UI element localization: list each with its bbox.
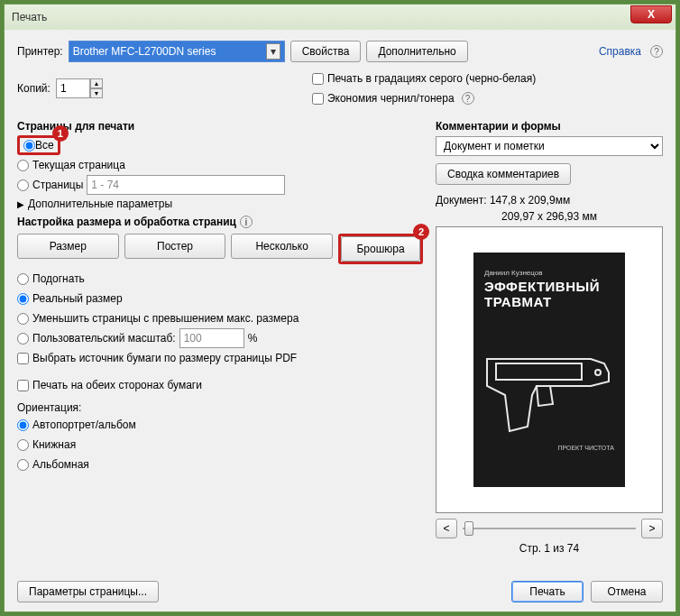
preview-title-2: ТРАВМАТ xyxy=(484,294,614,309)
printer-selected: Brother MFC-L2700DN series xyxy=(73,45,216,58)
orientation-auto-radio[interactable] xyxy=(17,419,29,431)
cancel-button[interactable]: Отмена xyxy=(591,581,663,602)
print-preview: Даниил Кузнецов ЭФФЕКТИВНЫЙ ТРАВМАТ ПРОЕ xyxy=(436,226,663,513)
copies-label: Копий: xyxy=(17,82,51,95)
next-page-button[interactable]: > xyxy=(641,519,663,538)
fit-label: Подогнать xyxy=(32,272,85,285)
page-setup-button[interactable]: Параметры страницы... xyxy=(17,581,159,602)
help-link[interactable]: Справка xyxy=(599,45,641,58)
orientation-portrait-radio[interactable] xyxy=(17,439,29,451)
help-icon[interactable]: ? xyxy=(650,45,663,58)
close-button[interactable]: X xyxy=(630,5,672,23)
grayscale-checkbox[interactable] xyxy=(312,73,324,85)
window-title: Печать xyxy=(12,11,47,23)
orientation-landscape-radio[interactable] xyxy=(17,459,29,471)
duplex-label: Печать на обеих сторонах бумаги xyxy=(32,379,202,391)
help-icon[interactable]: ? xyxy=(462,92,474,105)
choose-source-checkbox[interactable] xyxy=(17,353,29,364)
fit-radio[interactable] xyxy=(17,273,29,285)
pages-range-label: Страницы xyxy=(32,179,83,191)
pages-current-radio[interactable] xyxy=(17,160,29,171)
summary-button[interactable]: Сводка комментариев xyxy=(436,163,571,185)
shrink-label: Уменьшить страницы с превышением макс. р… xyxy=(32,312,299,325)
pages-all-radio[interactable] xyxy=(23,140,35,152)
svg-rect-0 xyxy=(496,363,582,380)
chevron-down-icon: ▾ xyxy=(266,43,280,60)
save-ink-label: Экономия чернил/тонера xyxy=(327,92,455,105)
orientation-portrait-label: Книжная xyxy=(32,438,76,451)
comments-title: Комментарии и формы xyxy=(436,120,663,133)
tab-booklet[interactable]: Брошюра xyxy=(341,236,420,262)
pages-section-title: Страницы для печати xyxy=(17,120,423,133)
annotation-1: 1 xyxy=(52,125,69,142)
custom-scale-input[interactable] xyxy=(179,328,244,348)
spinner-down-icon[interactable]: ▼ xyxy=(90,88,103,98)
preview-page: Даниил Кузнецов ЭФФЕКТИВНЫЙ ТРАВМАТ ПРОЕ xyxy=(473,253,625,487)
actual-radio[interactable] xyxy=(17,293,29,305)
slider-thumb-icon[interactable] xyxy=(464,521,473,536)
annotation-2: 2 xyxy=(413,224,429,240)
comments-select[interactable]: Документ и пометки xyxy=(436,136,663,156)
choose-source-label: Выбрать источник бумаги по размеру стран… xyxy=(32,352,297,364)
printer-select[interactable]: Brother MFC-L2700DN series ▾ xyxy=(69,41,285,62)
prev-page-button[interactable]: < xyxy=(436,519,457,538)
actual-label: Реальный размер xyxy=(32,292,123,305)
properties-button[interactable]: Свойства xyxy=(290,41,362,62)
save-ink-checkbox[interactable] xyxy=(312,93,324,105)
orientation-auto-label: Автопортрет/альбом xyxy=(32,418,136,431)
doc-size-label: Документ: 147,8 x 209,9мм xyxy=(436,194,663,207)
printer-label: Принтер: xyxy=(17,45,63,58)
orientation-landscape-label: Альбомная xyxy=(32,458,89,471)
preview-project: ПРОЕКТ ЧИСТОТА xyxy=(557,445,614,451)
help-icon[interactable]: i xyxy=(240,216,253,228)
custom-scale-label: Пользовательский масштаб: xyxy=(32,332,176,345)
grayscale-label: Печать в градациях серого (черно-белая) xyxy=(327,72,536,85)
pages-all-label: Все xyxy=(35,139,54,152)
print-button[interactable]: Печать xyxy=(511,581,584,602)
size-section-title: Настройка размера и обработка страниц xyxy=(17,216,236,228)
tab-poster[interactable]: Постер xyxy=(124,234,226,259)
page-slider[interactable] xyxy=(463,519,636,538)
custom-scale-radio[interactable] xyxy=(17,333,29,345)
preview-title-1: ЭФФЕКТИВНЫЙ xyxy=(484,279,614,294)
more-options-label: Дополнительные параметры xyxy=(28,198,172,210)
gun-icon xyxy=(482,341,618,440)
advanced-button[interactable]: Дополнительно xyxy=(366,41,467,62)
paper-size-label: 209,97 x 296,93 мм xyxy=(436,210,663,223)
more-options-toggle[interactable]: ▶ Дополнительные параметры xyxy=(17,198,423,210)
spinner-up-icon[interactable]: ▲ xyxy=(90,78,103,88)
pages-range-input[interactable] xyxy=(87,175,285,195)
tab-size[interactable]: Размер xyxy=(17,234,119,259)
copies-input[interactable] xyxy=(56,78,90,98)
triangle-right-icon: ▶ xyxy=(17,199,24,209)
copies-spinner[interactable]: ▲ ▼ xyxy=(56,78,103,98)
tab-multiple[interactable]: Несколько xyxy=(231,234,333,259)
custom-scale-unit: % xyxy=(248,332,258,345)
pages-range-radio[interactable] xyxy=(17,179,29,191)
page-status: Стр. 1 из 74 xyxy=(436,542,663,555)
orientation-label: Ориентация: xyxy=(17,401,423,414)
preview-author: Даниил Кузнецов xyxy=(484,269,614,277)
shrink-radio[interactable] xyxy=(17,313,29,325)
svg-point-1 xyxy=(595,370,601,375)
duplex-checkbox[interactable] xyxy=(17,380,29,391)
pages-current-label: Текущая страница xyxy=(32,159,125,171)
